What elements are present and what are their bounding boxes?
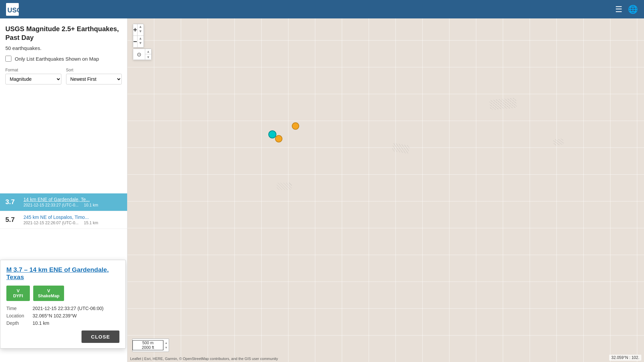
scale-feet: 2000 ft xyxy=(132,345,163,350)
sidebar-content: USGS Magnitude 2.5+ Earthquakes, Past Da… xyxy=(0,18,127,193)
map-background xyxy=(127,18,644,362)
zoom-out-button[interactable]: − xyxy=(133,36,138,47)
zoom-in-button[interactable]: + xyxy=(133,24,138,36)
locate-down[interactable]: ▼ xyxy=(145,54,151,60)
time-value: 2021-12-15 22:33:27 (UTC-06:00) xyxy=(33,306,119,311)
globe-icon[interactable]: 🌐 xyxy=(628,5,638,14)
eq-dot-orange-1[interactable] xyxy=(292,122,299,130)
eq-magnitude: 3.7 xyxy=(5,198,20,206)
list-icon[interactable]: ☰ xyxy=(615,5,623,14)
location-value: 32.065°N 102.239°W xyxy=(33,313,119,318)
zoom-out-up[interactable]: ▲ xyxy=(138,36,144,41)
controls-row: Format Magnitude Depth Age Sort Newest F… xyxy=(5,68,122,84)
close-button[interactable]: CLOSE xyxy=(82,330,119,343)
sort-label: Sort xyxy=(66,68,122,72)
popup-buttons: VDYFI VShakeMap xyxy=(6,286,119,301)
sort-select[interactable]: Newest First Oldest First Largest Magnit… xyxy=(66,74,122,84)
eq-details: 245 km NE of Lospalos, Timo... 2021-12-1… xyxy=(23,215,122,225)
attribution-text: Leaflet | Esri, HERE, Garmin, © OpenStre… xyxy=(130,357,278,361)
zoom-control: + ▲ ▼ − ▲ ▼ xyxy=(133,24,144,48)
format-label: Format xyxy=(5,68,61,72)
popup-close-row: CLOSE xyxy=(6,330,119,343)
format-select[interactable]: Magnitude Depth Age xyxy=(5,74,61,84)
eq-location: 245 km NE of Lospalos, Timo... xyxy=(23,215,122,220)
usgs-logo-icon: USGS xyxy=(6,3,19,16)
app-header: USGS ☰ 🌐 xyxy=(0,0,644,18)
eq-depth: 10.1 km xyxy=(84,203,98,207)
filter-checkbox[interactable] xyxy=(5,56,11,62)
depth-label: Depth xyxy=(6,320,30,326)
sidebar: USGS Magnitude 2.5+ Earthquakes, Past Da… xyxy=(0,18,127,362)
logo: USGS xyxy=(6,3,19,16)
eq-popup: M 3.7 – 14 km ENE of Gardendale, Texas V… xyxy=(0,260,126,349)
scale-bar: 500 m 2000 ft ▲ ▼ xyxy=(132,339,169,352)
sort-group: Sort Newest First Oldest First Largest M… xyxy=(66,68,122,84)
eq-magnitude: 5.7 xyxy=(5,216,20,224)
location-label: Location xyxy=(6,313,30,318)
popup-title[interactable]: M 3.7 – 14 km ENE of Gardendale, Texas xyxy=(6,266,119,281)
zoom-out-down[interactable]: ▼ xyxy=(138,41,144,45)
popup-info: Time 2021-12-15 22:33:27 (UTC-06:00) Loc… xyxy=(6,306,119,326)
zoom-in-group: + ▲ ▼ xyxy=(133,24,144,36)
page-title: USGS Magnitude 2.5+ Earthquakes, Past Da… xyxy=(5,24,122,42)
format-group: Format Magnitude Depth Age xyxy=(5,68,61,84)
scale-meters: 500 m xyxy=(132,340,163,345)
main-layout: USGS Magnitude 2.5+ Earthquakes, Past Da… xyxy=(0,18,644,362)
eq-time: 2021-12-15 22:33:27 (UTC-0... xyxy=(23,203,78,207)
map-area[interactable]: + ▲ ▼ − ▲ ▼ ⊙ ▲ ▼ xyxy=(127,18,644,362)
list-item[interactable]: 3.7 14 km ENE of Gardendale, Te... 2021-… xyxy=(0,193,127,211)
zoom-in-arrows: ▲ ▼ xyxy=(138,24,144,36)
depth-value: 10.1 km xyxy=(33,320,119,326)
locate-control: ⊙ ▲ ▼ xyxy=(133,49,152,60)
locate-up[interactable]: ▲ xyxy=(145,49,151,54)
zoom-in-down[interactable]: ▼ xyxy=(138,29,144,34)
eq-time: 2021-12-15 22:26:07 (UTC-0... xyxy=(23,221,78,225)
shakemap-button[interactable]: VShakeMap xyxy=(33,286,64,301)
eq-meta: 2021-12-15 22:26:07 (UTC-0... 15.1 km xyxy=(23,221,122,225)
eq-location: 14 km ENE of Gardendale, Te... xyxy=(23,197,122,202)
filter-label[interactable]: Only List Earthquakes Shown on Map xyxy=(15,56,99,62)
eq-details: 14 km ENE of Gardendale, Te... 2021-12-1… xyxy=(23,197,122,207)
zoom-out-group: − ▲ ▼ xyxy=(133,36,144,47)
locate-button[interactable]: ⊙ xyxy=(133,49,145,60)
list-item[interactable]: 5.7 245 km NE of Lospalos, Timo... 2021-… xyxy=(0,211,127,229)
filter-row: Only List Earthquakes Shown on Map xyxy=(5,56,122,62)
zoom-out-arrows: ▲ ▼ xyxy=(138,36,144,47)
eq-depth: 15.1 km xyxy=(84,221,98,225)
map-coordinates: 32.059°N : 102. xyxy=(609,355,641,361)
eq-dot-orange-2[interactable] xyxy=(275,135,282,142)
eq-meta: 2021-12-15 22:33:27 (UTC-0... 10.1 km xyxy=(23,203,122,207)
scale-up[interactable]: ▲ xyxy=(164,341,169,345)
map-attribution: Leaflet | Esri, HERE, Garmin, © OpenStre… xyxy=(130,357,278,361)
locate-arrows: ▲ ▼ xyxy=(145,49,151,60)
header-icons: ☰ 🌐 xyxy=(615,5,638,14)
time-label: Time xyxy=(6,306,30,311)
eq-count: 50 earthquakes. xyxy=(5,45,122,51)
svg-text:USGS: USGS xyxy=(7,6,19,14)
map-decoration-3 xyxy=(277,183,292,190)
zoom-in-up[interactable]: ▲ xyxy=(138,24,144,29)
scale-down[interactable]: ▼ xyxy=(164,345,169,350)
dyfi-button[interactable]: VDYFI xyxy=(6,286,30,301)
